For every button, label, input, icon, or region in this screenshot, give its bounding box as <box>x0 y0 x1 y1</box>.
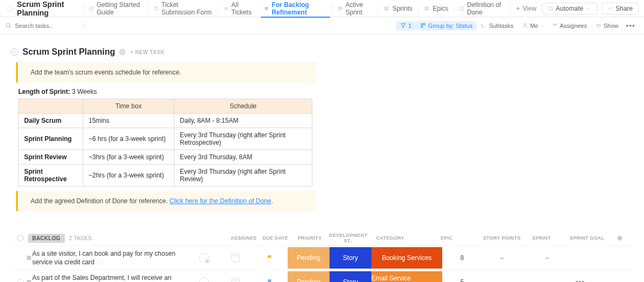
group-by-chip[interactable]: Group by: Status <box>416 21 477 31</box>
priority-cell[interactable] <box>252 254 288 262</box>
dev-status-cell[interactable]: Pending <box>288 271 330 282</box>
add-assignee-icon[interactable] <box>199 277 209 282</box>
info-icon[interactable]: i <box>119 49 126 55</box>
new-task-button[interactable]: NEW TASK <box>130 49 164 55</box>
sprint-goal-cell[interactable]: – <box>522 278 573 282</box>
due-date-cell[interactable] <box>219 254 252 262</box>
col-sprint-goal[interactable]: SPRINT GOAL <box>561 235 613 241</box>
me-chip[interactable]: Me· <box>518 21 547 31</box>
add-column-button[interactable]: ⊕ <box>613 234 627 242</box>
tab-all-tickets[interactable]: All Tickets <box>218 0 259 17</box>
due-date-cell[interactable] <box>219 278 252 282</box>
col-sprint[interactable]: SPRINT <box>522 235 561 241</box>
backlog-group: BACKLOG 2 TASKS ASSIGNEE DUE DATE PRIORI… <box>11 233 633 282</box>
sprint-goal-cell[interactable]: – <box>522 254 573 262</box>
svg-marker-27 <box>401 24 405 27</box>
group-badge[interactable]: BACKLOG <box>28 234 65 243</box>
search-wrap[interactable] <box>5 23 86 29</box>
col-assignee[interactable]: ASSIGNEE <box>229 235 259 241</box>
callout-schedule: Add the team's scrum events schedule for… <box>16 62 317 83</box>
tab-backlog-refinement[interactable]: For Backlog Refinement <box>259 0 332 17</box>
svg-rect-28 <box>421 24 423 25</box>
robot-icon <box>548 6 553 11</box>
col-category[interactable]: CATEGORY <box>369 235 411 241</box>
automate-button[interactable]: Automate <box>542 3 597 14</box>
svg-line-24 <box>609 9 611 10</box>
svg-point-19 <box>548 6 552 10</box>
callout-text: Add the team's scrum events schedule for… <box>31 69 181 76</box>
event-timebox: ~2hrs (for a 3-week sprint) <box>83 165 174 187</box>
story-points-cell[interactable]: 8 <box>442 254 482 262</box>
tab-active-sprint[interactable]: Active Sprint <box>333 0 378 17</box>
task-name[interactable]: As part of the Sales Department, I will … <box>32 274 171 282</box>
svg-rect-1 <box>90 6 93 10</box>
show-chip[interactable]: Show <box>591 21 623 31</box>
tab-ticket-form[interactable]: Ticket Submission Form <box>149 0 218 17</box>
calendar-icon <box>231 278 240 282</box>
col-priority[interactable]: PRIORITY <box>292 235 327 241</box>
tab-sprints[interactable]: Sprints <box>378 0 418 17</box>
story-points-cell[interactable]: 5 <box>442 278 482 282</box>
more-options-icon[interactable]: ••• <box>623 21 639 30</box>
svg-point-21 <box>611 6 612 8</box>
assignees-chip[interactable]: Assignees <box>547 21 591 31</box>
svg-point-25 <box>6 23 10 27</box>
filter-count-chip[interactable]: 1 <box>396 21 416 31</box>
svg-line-23 <box>609 7 611 8</box>
form-icon <box>154 5 159 12</box>
add-assignee-icon[interactable] <box>199 253 209 263</box>
status-square-icon[interactable] <box>27 280 31 282</box>
assignee-cell[interactable] <box>189 253 219 263</box>
subtasks-chip[interactable]: Subtasks <box>477 21 517 31</box>
event-name: Daily Scrum <box>19 114 83 128</box>
workspace-icon <box>6 4 14 13</box>
eye-icon <box>596 23 602 28</box>
sprint-cell[interactable]: – <box>482 278 522 282</box>
subtask-icon <box>481 23 487 28</box>
sprint-length: Length of Sprint: 3 Weeks <box>18 88 626 95</box>
svg-point-0 <box>8 5 13 11</box>
collapse-icon[interactable] <box>17 235 24 241</box>
column-headers: ASSIGNEE DUE DATE PRIORITY DEVELOPMENT S… <box>229 233 627 243</box>
chevron-down-icon[interactable] <box>80 23 86 28</box>
workspace-title: Scrum Sprint Planning <box>17 0 78 17</box>
add-view-button[interactable]: + View <box>511 0 542 17</box>
row-select-icon[interactable] <box>17 279 24 282</box>
task-row[interactable]: As a site visitor, I can book and pay fo… <box>11 246 633 270</box>
row-more-icon[interactable]: ••• <box>575 278 585 282</box>
epic-cell[interactable]: Booking Services <box>371 247 442 269</box>
task-name[interactable]: As a site visitor, I can book and pay fo… <box>32 250 175 266</box>
task-row[interactable]: As part of the Sales Department, I will … <box>11 270 633 282</box>
svg-point-33 <box>555 24 557 25</box>
col-story-points[interactable]: STORY POINTS <box>482 235 522 241</box>
events-header-timebox: Time box <box>83 99 174 114</box>
assignee-cell[interactable] <box>189 277 219 282</box>
tab-getting-started[interactable]: Getting Started Guide <box>84 0 148 17</box>
epic-cell[interactable]: Email Service Integration <box>371 271 442 282</box>
search-input[interactable] <box>15 23 69 29</box>
sprint-cell[interactable]: – <box>482 254 522 262</box>
col-due[interactable]: DUE DATE <box>259 235 292 241</box>
category-cell[interactable]: Story <box>330 247 371 269</box>
share-button[interactable]: Share <box>602 3 639 14</box>
callout-dod: Add the agreed Definition of Done for re… <box>16 191 317 211</box>
chevron-down-icon <box>586 6 591 11</box>
list-status-icon[interactable] <box>11 48 18 56</box>
svg-rect-29 <box>423 24 425 25</box>
event-name: Sprint Planning <box>19 128 83 150</box>
dev-status-cell[interactable]: Pending <box>288 247 330 269</box>
tab-definition-of-done[interactable]: Definition of Done <box>454 0 510 17</box>
group-count: 2 TASKS <box>69 235 92 241</box>
doc-icon <box>97 259 103 265</box>
dod-link[interactable]: Click here for the Definition of Done <box>170 197 271 205</box>
category-cell[interactable]: Story <box>330 271 371 282</box>
status-square-icon[interactable] <box>27 256 31 260</box>
col-epic[interactable]: EPIC <box>411 235 482 241</box>
row-actions[interactable]: ••• <box>573 278 587 282</box>
event-name: Sprint Retrospective <box>19 165 83 187</box>
event-schedule: Every 3rd Thursday (right after Sprint R… <box>174 165 312 187</box>
priority-cell[interactable] <box>252 278 288 282</box>
col-dev-status[interactable]: DEVELOPMENT ST.. <box>327 233 369 243</box>
tab-epics[interactable]: Epics <box>418 0 453 17</box>
doc-icon <box>89 5 94 12</box>
